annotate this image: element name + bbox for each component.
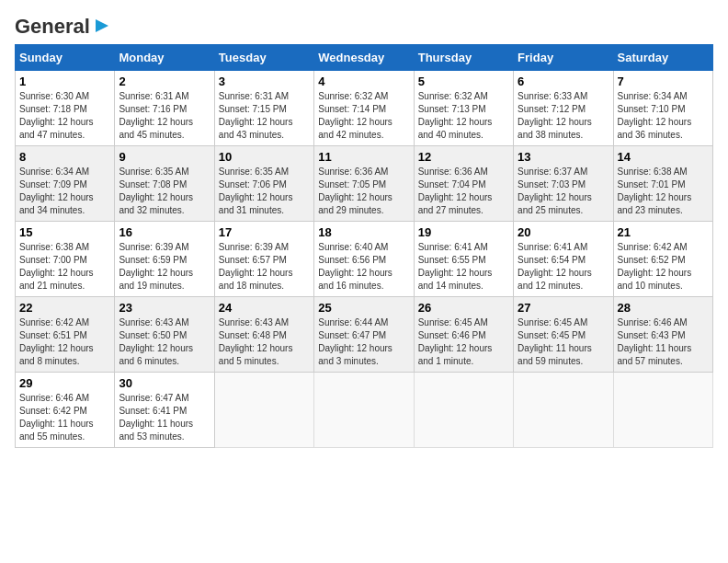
calendar-cell: 18 Sunrise: 6:40 AM Sunset: 6:56 PM Dayl… [314,222,414,297]
calendar-cell: 21 Sunrise: 6:42 AM Sunset: 6:52 PM Dayl… [613,222,712,297]
col-header-thursday: Thursday [414,45,513,71]
day-number: 18 [318,225,409,239]
day-info: Sunrise: 6:46 AM Sunset: 6:42 PM Dayligh… [19,392,110,443]
day-info: Sunrise: 6:39 AM Sunset: 6:57 PM Dayligh… [219,241,310,293]
day-info: Sunrise: 6:46 AM Sunset: 6:43 PM Dayligh… [618,316,709,368]
calendar-cell: 13 Sunrise: 6:37 AM Sunset: 7:03 PM Dayl… [514,146,613,222]
col-header-wednesday: Wednesday [314,45,414,71]
calendar-cell: 15 Sunrise: 6:38 AM Sunset: 7:00 PM Dayl… [16,222,115,297]
day-number: 20 [518,225,609,239]
calendar-cell: 4 Sunrise: 6:32 AM Sunset: 7:14 PM Dayli… [314,71,414,146]
day-info: Sunrise: 6:44 AM Sunset: 6:47 PM Dayligh… [318,316,409,368]
col-header-tuesday: Tuesday [214,45,313,71]
col-header-saturday: Saturday [613,45,712,71]
calendar-cell: 25 Sunrise: 6:44 AM Sunset: 6:47 PM Dayl… [314,297,414,373]
calendar-cell: 23 Sunrise: 6:43 AM Sunset: 6:50 PM Dayl… [115,297,214,373]
day-number: 9 [119,150,210,164]
day-info: Sunrise: 6:34 AM Sunset: 7:10 PM Dayligh… [618,90,709,142]
calendar-cell: 26 Sunrise: 6:45 AM Sunset: 6:46 PM Dayl… [414,297,513,373]
calendar-cell [414,373,513,448]
day-number: 22 [19,301,110,315]
day-number: 21 [618,225,709,239]
day-number: 17 [219,225,310,239]
calendar-cell: 9 Sunrise: 6:35 AM Sunset: 7:08 PM Dayli… [115,146,214,222]
day-info: Sunrise: 6:33 AM Sunset: 7:12 PM Dayligh… [518,90,609,142]
calendar-cell: 1 Sunrise: 6:30 AM Sunset: 7:18 PM Dayli… [16,71,115,146]
calendar-cell: 7 Sunrise: 6:34 AM Sunset: 7:10 PM Dayli… [613,71,712,146]
calendar-cell: 2 Sunrise: 6:31 AM Sunset: 7:16 PM Dayli… [115,71,214,146]
calendar-cell: 16 Sunrise: 6:39 AM Sunset: 6:59 PM Dayl… [115,222,214,297]
day-info: Sunrise: 6:39 AM Sunset: 6:59 PM Dayligh… [119,241,210,293]
page-header: General [15,15,713,33]
day-info: Sunrise: 6:31 AM Sunset: 7:15 PM Dayligh… [219,90,310,142]
day-number: 5 [418,75,509,88]
day-number: 2 [119,75,210,88]
svg-marker-0 [96,19,108,32]
calendar-cell: 5 Sunrise: 6:32 AM Sunset: 7:13 PM Dayli… [414,71,513,146]
day-number: 28 [618,301,709,315]
calendar-cell: 22 Sunrise: 6:42 AM Sunset: 6:51 PM Dayl… [16,297,115,373]
day-number: 10 [219,150,310,164]
calendar-cell: 11 Sunrise: 6:36 AM Sunset: 7:05 PM Dayl… [314,146,414,222]
day-info: Sunrise: 6:42 AM Sunset: 6:51 PM Dayligh… [19,316,110,368]
day-info: Sunrise: 6:32 AM Sunset: 7:13 PM Dayligh… [418,90,509,142]
day-number: 19 [418,225,509,239]
calendar-cell: 10 Sunrise: 6:35 AM Sunset: 7:06 PM Dayl… [214,146,313,222]
day-info: Sunrise: 6:43 AM Sunset: 6:50 PM Dayligh… [119,316,210,368]
calendar-cell: 30 Sunrise: 6:47 AM Sunset: 6:41 PM Dayl… [115,373,214,448]
day-info: Sunrise: 6:38 AM Sunset: 7:00 PM Dayligh… [19,241,110,293]
day-number: 7 [618,75,709,88]
calendar-cell [214,373,313,448]
day-number: 24 [219,301,310,315]
day-info: Sunrise: 6:35 AM Sunset: 7:06 PM Dayligh… [219,166,310,217]
calendar-cell: 19 Sunrise: 6:41 AM Sunset: 6:55 PM Dayl… [414,222,513,297]
day-number: 15 [19,225,110,239]
day-info: Sunrise: 6:42 AM Sunset: 6:52 PM Dayligh… [618,241,709,293]
calendar-cell: 12 Sunrise: 6:36 AM Sunset: 7:04 PM Dayl… [414,146,513,222]
day-number: 25 [318,301,409,315]
day-number: 29 [19,376,110,390]
day-info: Sunrise: 6:41 AM Sunset: 6:54 PM Dayligh… [518,241,609,293]
day-info: Sunrise: 6:36 AM Sunset: 7:05 PM Dayligh… [318,166,409,217]
calendar-cell: 28 Sunrise: 6:46 AM Sunset: 6:43 PM Dayl… [613,297,712,373]
day-number: 14 [618,150,709,164]
calendar-cell: 8 Sunrise: 6:34 AM Sunset: 7:09 PM Dayli… [16,146,115,222]
logo-arrow-icon [92,16,112,36]
logo: General [15,15,112,33]
logo-text-general: General [15,15,90,39]
day-info: Sunrise: 6:45 AM Sunset: 6:45 PM Dayligh… [518,316,609,368]
day-number: 12 [418,150,509,164]
calendar-cell [514,373,613,448]
day-info: Sunrise: 6:40 AM Sunset: 6:56 PM Dayligh… [318,241,409,293]
day-info: Sunrise: 6:43 AM Sunset: 6:48 PM Dayligh… [219,316,310,368]
day-info: Sunrise: 6:37 AM Sunset: 7:03 PM Dayligh… [518,166,609,217]
day-info: Sunrise: 6:31 AM Sunset: 7:16 PM Dayligh… [119,90,210,142]
calendar-cell [613,373,712,448]
day-number: 23 [119,301,210,315]
day-number: 11 [318,150,409,164]
day-number: 27 [518,301,609,315]
day-info: Sunrise: 6:34 AM Sunset: 7:09 PM Dayligh… [19,166,110,217]
day-info: Sunrise: 6:36 AM Sunset: 7:04 PM Dayligh… [418,166,509,217]
calendar-cell: 6 Sunrise: 6:33 AM Sunset: 7:12 PM Dayli… [514,71,613,146]
calendar-table: SundayMondayTuesdayWednesdayThursdayFrid… [15,44,713,448]
calendar-cell [314,373,414,448]
col-header-friday: Friday [514,45,613,71]
day-info: Sunrise: 6:45 AM Sunset: 6:46 PM Dayligh… [418,316,509,368]
calendar-cell: 3 Sunrise: 6:31 AM Sunset: 7:15 PM Dayli… [214,71,313,146]
calendar-cell: 27 Sunrise: 6:45 AM Sunset: 6:45 PM Dayl… [514,297,613,373]
day-info: Sunrise: 6:41 AM Sunset: 6:55 PM Dayligh… [418,241,509,293]
day-number: 26 [418,301,509,315]
day-number: 6 [518,75,609,88]
day-info: Sunrise: 6:32 AM Sunset: 7:14 PM Dayligh… [318,90,409,142]
col-header-sunday: Sunday [16,45,115,71]
calendar-cell: 14 Sunrise: 6:38 AM Sunset: 7:01 PM Dayl… [613,146,712,222]
col-header-monday: Monday [115,45,214,71]
calendar-cell: 20 Sunrise: 6:41 AM Sunset: 6:54 PM Dayl… [514,222,613,297]
calendar-cell: 17 Sunrise: 6:39 AM Sunset: 6:57 PM Dayl… [214,222,313,297]
day-info: Sunrise: 6:38 AM Sunset: 7:01 PM Dayligh… [618,166,709,217]
day-number: 30 [119,376,210,390]
calendar-cell: 29 Sunrise: 6:46 AM Sunset: 6:42 PM Dayl… [16,373,115,448]
day-info: Sunrise: 6:30 AM Sunset: 7:18 PM Dayligh… [19,90,110,142]
day-info: Sunrise: 6:35 AM Sunset: 7:08 PM Dayligh… [119,166,210,217]
